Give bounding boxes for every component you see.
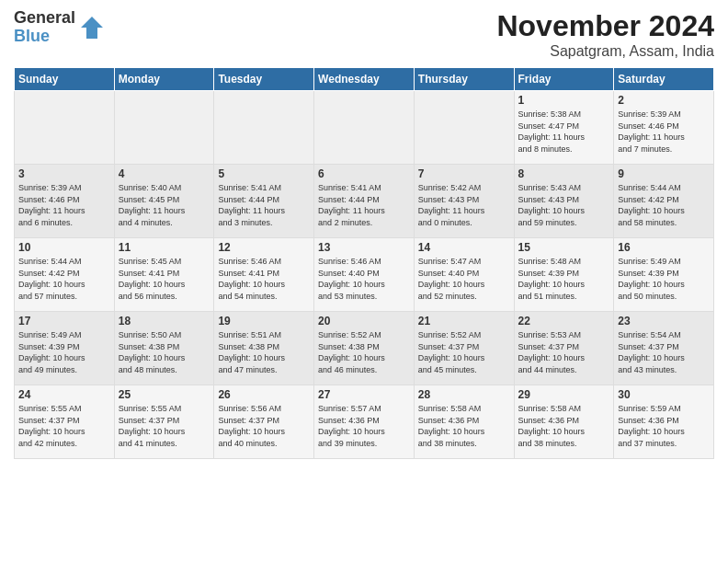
calendar-week-row: 17Sunrise: 5:49 AM Sunset: 4:39 PM Dayli… [15,312,714,385]
day-number: 11 [119,241,210,254]
day-content: Sunrise: 5:49 AM Sunset: 4:39 PM Dayligh… [618,257,685,301]
table-row: 19Sunrise: 5:51 AM Sunset: 4:38 PM Dayli… [214,312,314,385]
table-row: 15Sunrise: 5:48 AM Sunset: 4:39 PM Dayli… [514,238,614,312]
table-row: 28Sunrise: 5:58 AM Sunset: 4:36 PM Dayli… [414,385,514,459]
day-number: 10 [18,241,110,254]
table-row: 8Sunrise: 5:43 AM Sunset: 4:43 PM Daylig… [514,165,614,238]
table-row: 23Sunrise: 5:54 AM Sunset: 4:37 PM Dayli… [614,312,714,385]
calendar-week-row: 10Sunrise: 5:44 AM Sunset: 4:42 PM Dayli… [15,238,714,312]
day-number: 22 [518,315,610,327]
day-number: 2 [618,94,710,107]
logo-arrow-icon [79,15,105,40]
col-tuesday: Tuesday [214,68,314,91]
day-content: Sunrise: 5:57 AM Sunset: 4:36 PM Dayligh… [318,404,385,448]
subtitle: Sapatgram, Assam, India [496,43,714,60]
day-content: Sunrise: 5:55 AM Sunset: 4:37 PM Dayligh… [119,404,186,448]
table-row: 7Sunrise: 5:42 AM Sunset: 4:43 PM Daylig… [414,165,514,238]
table-row: 9Sunrise: 5:44 AM Sunset: 4:42 PM Daylig… [614,165,714,238]
day-content: Sunrise: 5:46 AM Sunset: 4:41 PM Dayligh… [218,257,285,301]
day-content: Sunrise: 5:58 AM Sunset: 4:36 PM Dayligh… [418,404,485,448]
table-row: 6Sunrise: 5:41 AM Sunset: 4:44 PM Daylig… [314,165,415,238]
day-content: Sunrise: 5:47 AM Sunset: 4:40 PM Dayligh… [418,257,485,301]
day-content: Sunrise: 5:43 AM Sunset: 4:43 PM Dayligh… [518,183,586,227]
table-row [414,91,514,165]
day-content: Sunrise: 5:55 AM Sunset: 4:37 PM Dayligh… [18,404,85,448]
header: General Blue November 2024 Sapatgram, As… [14,9,714,60]
table-row: 22Sunrise: 5:53 AM Sunset: 4:37 PM Dayli… [514,312,614,385]
title-block: November 2024 Sapatgram, Assam, India [496,9,714,60]
day-number: 12 [218,241,310,254]
day-number: 6 [318,167,410,180]
day-number: 16 [618,241,710,254]
calendar-week-row: 24Sunrise: 5:55 AM Sunset: 4:37 PM Dayli… [15,385,714,459]
day-number: 3 [18,167,110,180]
day-content: Sunrise: 5:58 AM Sunset: 4:36 PM Dayligh… [518,404,586,448]
day-content: Sunrise: 5:51 AM Sunset: 4:38 PM Dayligh… [218,330,285,374]
day-content: Sunrise: 5:48 AM Sunset: 4:39 PM Dayligh… [518,257,586,301]
table-row: 14Sunrise: 5:47 AM Sunset: 4:40 PM Dayli… [414,238,514,312]
svg-marker-0 [81,17,103,39]
table-row: 11Sunrise: 5:45 AM Sunset: 4:41 PM Dayli… [114,238,214,312]
col-friday: Friday [514,68,614,91]
day-content: Sunrise: 5:52 AM Sunset: 4:38 PM Dayligh… [318,330,385,374]
day-number: 15 [518,241,610,254]
day-number: 25 [119,388,210,401]
calendar-body: 1Sunrise: 5:38 AM Sunset: 4:47 PM Daylig… [15,91,714,459]
table-row: 27Sunrise: 5:57 AM Sunset: 4:36 PM Dayli… [314,385,415,459]
table-row [314,91,415,165]
table-row: 10Sunrise: 5:44 AM Sunset: 4:42 PM Dayli… [15,238,115,312]
day-number: 24 [18,388,110,401]
day-number: 26 [218,388,310,401]
day-content: Sunrise: 5:53 AM Sunset: 4:37 PM Dayligh… [518,330,586,374]
table-row [214,91,314,165]
table-row [114,91,214,165]
day-content: Sunrise: 5:59 AM Sunset: 4:36 PM Dayligh… [618,404,685,448]
day-number: 1 [518,94,610,107]
day-number: 30 [618,388,710,401]
calendar-week-row: 1Sunrise: 5:38 AM Sunset: 4:47 PM Daylig… [15,91,714,165]
calendar-table: Sunday Monday Tuesday Wednesday Thursday… [14,67,714,459]
table-row: 16Sunrise: 5:49 AM Sunset: 4:39 PM Dayli… [614,238,714,312]
table-row: 18Sunrise: 5:50 AM Sunset: 4:38 PM Dayli… [114,312,214,385]
day-content: Sunrise: 5:56 AM Sunset: 4:37 PM Dayligh… [218,404,285,448]
day-number: 13 [318,241,410,254]
table-row: 24Sunrise: 5:55 AM Sunset: 4:37 PM Dayli… [15,385,115,459]
day-number: 28 [418,388,510,401]
logo: General Blue [14,9,105,46]
table-row: 20Sunrise: 5:52 AM Sunset: 4:38 PM Dayli… [314,312,415,385]
table-row: 3Sunrise: 5:39 AM Sunset: 4:46 PM Daylig… [15,165,115,238]
col-thursday: Thursday [414,68,514,91]
day-number: 7 [418,167,510,180]
table-row [15,91,115,165]
day-content: Sunrise: 5:41 AM Sunset: 4:44 PM Dayligh… [318,183,385,227]
table-row: 29Sunrise: 5:58 AM Sunset: 4:36 PM Dayli… [514,385,614,459]
calendar-week-row: 3Sunrise: 5:39 AM Sunset: 4:46 PM Daylig… [15,165,714,238]
day-number: 20 [318,315,410,327]
day-content: Sunrise: 5:41 AM Sunset: 4:44 PM Dayligh… [218,183,285,227]
day-content: Sunrise: 5:39 AM Sunset: 4:46 PM Dayligh… [18,183,85,227]
page-container: General Blue November 2024 Sapatgram, As… [0,0,728,464]
day-content: Sunrise: 5:39 AM Sunset: 4:46 PM Dayligh… [618,109,685,154]
day-number: 9 [618,167,710,180]
col-monday: Monday [114,68,214,91]
table-row: 21Sunrise: 5:52 AM Sunset: 4:37 PM Dayli… [414,312,514,385]
day-content: Sunrise: 5:46 AM Sunset: 4:40 PM Dayligh… [318,257,385,301]
day-number: 19 [218,315,310,327]
day-content: Sunrise: 5:45 AM Sunset: 4:41 PM Dayligh… [119,257,186,301]
main-title: November 2024 [496,9,714,43]
day-number: 27 [318,388,410,401]
day-content: Sunrise: 5:54 AM Sunset: 4:37 PM Dayligh… [618,330,685,374]
day-number: 29 [518,388,610,401]
calendar-header-row: Sunday Monday Tuesday Wednesday Thursday… [15,68,714,91]
table-row: 5Sunrise: 5:41 AM Sunset: 4:44 PM Daylig… [214,165,314,238]
day-number: 21 [418,315,510,327]
day-content: Sunrise: 5:40 AM Sunset: 4:45 PM Dayligh… [119,183,186,227]
day-content: Sunrise: 5:38 AM Sunset: 4:47 PM Dayligh… [518,109,586,154]
day-content: Sunrise: 5:49 AM Sunset: 4:39 PM Dayligh… [18,330,85,374]
table-row: 1Sunrise: 5:38 AM Sunset: 4:47 PM Daylig… [514,91,614,165]
day-number: 18 [119,315,210,327]
day-number: 8 [518,167,610,180]
day-content: Sunrise: 5:50 AM Sunset: 4:38 PM Dayligh… [119,330,186,374]
table-row: 25Sunrise: 5:55 AM Sunset: 4:37 PM Dayli… [114,385,214,459]
day-content: Sunrise: 5:42 AM Sunset: 4:43 PM Dayligh… [418,183,485,227]
